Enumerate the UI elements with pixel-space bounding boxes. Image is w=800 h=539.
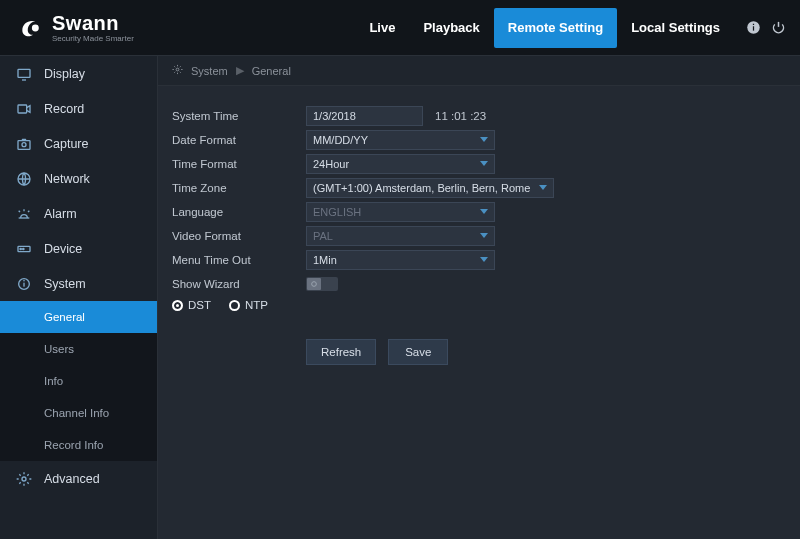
display-icon: [16, 66, 32, 82]
svg-rect-13: [23, 282, 24, 286]
system-clock: 11 :01 :23: [435, 110, 486, 122]
sidebar: Display Record Capture Network Alarm Dev…: [0, 56, 158, 539]
sidebar-label: System: [44, 277, 86, 291]
system-date-input[interactable]: [306, 106, 423, 126]
label-time-zone: Time Zone: [172, 182, 306, 194]
sidebar-item-device[interactable]: Device: [0, 231, 157, 266]
menu-timeout-select[interactable]: 1Min: [306, 250, 495, 270]
svg-point-0: [32, 24, 39, 31]
label-language: Language: [172, 206, 306, 218]
radio-label: NTP: [245, 299, 268, 311]
nav-playback[interactable]: Playback: [409, 8, 493, 48]
nav-local-settings[interactable]: Local Settings: [617, 8, 734, 48]
radio-dot-icon: [229, 300, 240, 311]
info-icon[interactable]: [746, 20, 761, 35]
chevron-down-icon: [480, 209, 488, 214]
logo: Swann Security Made Smarter: [18, 13, 134, 43]
chevron-down-icon: [480, 233, 488, 238]
sidebar-label: Advanced: [44, 472, 100, 486]
sidebar-item-network[interactable]: Network: [0, 161, 157, 196]
nav-live[interactable]: Live: [355, 8, 409, 48]
save-button[interactable]: Save: [388, 339, 448, 365]
sidebar-item-display[interactable]: Display: [0, 56, 157, 91]
svg-point-16: [176, 68, 179, 71]
chevron-right-icon: ▶: [236, 64, 244, 77]
svg-point-11: [23, 248, 24, 249]
svg-rect-3: [753, 24, 754, 25]
network-icon: [16, 171, 32, 187]
sidebar-sub-users[interactable]: Users: [0, 333, 157, 365]
power-icon[interactable]: [771, 20, 786, 35]
label-date-format: Date Format: [172, 134, 306, 146]
language-select[interactable]: ENGLISH: [306, 202, 495, 222]
select-value: MM/DD/YY: [313, 134, 368, 146]
breadcrumb: System ▶ General: [158, 56, 800, 86]
sidebar-label: Alarm: [44, 207, 77, 221]
capture-icon: [16, 136, 32, 152]
chevron-down-icon: [539, 185, 547, 190]
svg-rect-14: [23, 280, 24, 281]
select-value: ENGLISH: [313, 206, 361, 218]
device-icon: [16, 241, 32, 257]
chevron-down-icon: [480, 137, 488, 142]
radio-ntp[interactable]: NTP: [229, 299, 268, 311]
show-wizard-toggle[interactable]: [306, 277, 338, 291]
radio-dst[interactable]: DST: [172, 299, 211, 311]
sidebar-sub-channel-info[interactable]: Channel Info: [0, 397, 157, 429]
breadcrumb-leaf: General: [252, 65, 291, 77]
content: System ▶ General System Time 11 :01 :23 …: [158, 56, 800, 539]
toggle-knob: [307, 278, 321, 290]
sidebar-item-capture[interactable]: Capture: [0, 126, 157, 161]
nav-remote-setting[interactable]: Remote Setting: [494, 8, 617, 48]
gear-icon: [16, 471, 32, 487]
top-nav: Live Playback Remote Setting Local Setti…: [355, 0, 786, 55]
svg-rect-4: [18, 69, 30, 77]
sidebar-label: Display: [44, 67, 85, 81]
sidebar-sub-general[interactable]: General: [0, 301, 157, 333]
select-value: 1Min: [313, 254, 337, 266]
time-format-select[interactable]: 24Hour: [306, 154, 495, 174]
video-format-select[interactable]: PAL: [306, 226, 495, 246]
select-value: (GMT+1:00) Amsterdam, Berlin, Bern, Rome: [313, 182, 530, 194]
alarm-icon: [16, 206, 32, 222]
sidebar-sub-info[interactable]: Info: [0, 365, 157, 397]
system-icon: [16, 276, 32, 292]
sidebar-item-record[interactable]: Record: [0, 91, 157, 126]
sidebar-label: Record: [44, 102, 84, 116]
date-format-select[interactable]: MM/DD/YY: [306, 130, 495, 150]
select-value: 24Hour: [313, 158, 349, 170]
settings-panel: System Time 11 :01 :23 Date Format MM/DD…: [158, 86, 800, 383]
label-show-wizard: Show Wizard: [172, 278, 306, 290]
sidebar-item-system[interactable]: System: [0, 266, 157, 301]
chevron-down-icon: [480, 161, 488, 166]
label-time-format: Time Format: [172, 158, 306, 170]
svg-rect-6: [18, 140, 30, 149]
sidebar-label: Capture: [44, 137, 88, 151]
radio-label: DST: [188, 299, 211, 311]
svg-point-10: [20, 248, 21, 249]
brand-tagline: Security Made Smarter: [52, 35, 134, 43]
swann-logo-icon: [18, 15, 44, 41]
brand-name: Swann: [52, 13, 134, 33]
sidebar-label: Device: [44, 242, 82, 256]
record-icon: [16, 101, 32, 117]
sidebar-item-advanced[interactable]: Advanced: [0, 461, 157, 496]
refresh-button[interactable]: Refresh: [306, 339, 376, 365]
svg-point-7: [22, 142, 26, 146]
tab-radios: DST NTP: [172, 299, 786, 311]
circle-icon: [310, 280, 318, 288]
svg-rect-2: [753, 26, 754, 30]
select-value: PAL: [313, 230, 333, 242]
label-system-time: System Time: [172, 110, 306, 122]
header: Swann Security Made Smarter Live Playbac…: [0, 0, 800, 56]
svg-point-17: [312, 281, 317, 286]
breadcrumb-icon: [172, 64, 183, 77]
radio-dot-icon: [172, 300, 183, 311]
time-zone-select[interactable]: (GMT+1:00) Amsterdam, Berlin, Bern, Rome: [306, 178, 554, 198]
sidebar-sub-record-info[interactable]: Record Info: [0, 429, 157, 461]
sidebar-label: Network: [44, 172, 90, 186]
sidebar-item-alarm[interactable]: Alarm: [0, 196, 157, 231]
label-menu-time-out: Menu Time Out: [172, 254, 306, 266]
breadcrumb-root[interactable]: System: [191, 65, 228, 77]
svg-point-15: [22, 477, 26, 481]
